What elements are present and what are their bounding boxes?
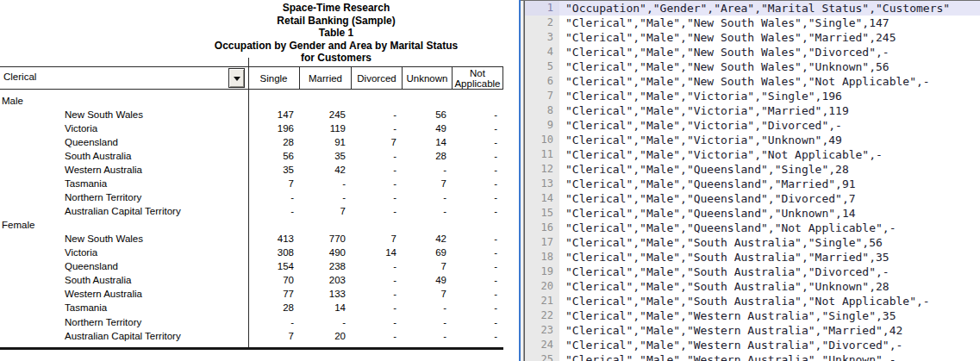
cell-value: 7 xyxy=(250,177,294,190)
line-text[interactable]: "Clerical","Male","Western Australia","D… xyxy=(559,338,980,352)
line-text[interactable]: "Clerical","Male","New South Wales","Unk… xyxy=(559,59,980,74)
editor-line[interactable]: 11"Clerical","Male","Victoria","Not Appl… xyxy=(525,147,980,162)
table-row: Northern Territory----- xyxy=(0,315,503,329)
line-number: 1 xyxy=(525,1,559,16)
cell-value: 28 xyxy=(404,149,446,163)
csv-editor[interactable]: 1"Occupation","Gender","Area","Marital S… xyxy=(525,1,980,361)
cell-value: - xyxy=(302,190,346,204)
column-header-single: Single xyxy=(248,67,300,89)
editor-line[interactable]: 22"Clerical","Male","Western Australia",… xyxy=(525,308,980,323)
cell-value: - xyxy=(353,259,396,273)
line-text[interactable]: "Clerical","Male","South Australia","Not… xyxy=(559,294,980,308)
line-number: 12 xyxy=(525,162,559,177)
editor-line[interactable]: 20"Clerical","Male","South Australia","U… xyxy=(525,279,980,294)
line-text[interactable]: "Clerical","Male","New South Wales","Sin… xyxy=(559,16,980,30)
editor-line[interactable]: 1"Occupation","Gender","Area","Marital S… xyxy=(525,1,980,16)
row-label: Northern Territory xyxy=(65,190,141,204)
row-label: Tasmania xyxy=(65,177,107,190)
line-number: 25 xyxy=(525,352,559,361)
cell-value: - xyxy=(353,273,396,287)
line-number: 3 xyxy=(525,30,559,45)
cell-value: - xyxy=(454,232,497,246)
cell-value: - xyxy=(454,149,497,163)
line-text[interactable]: "Clerical","Male","South Australia","Unk… xyxy=(559,279,980,294)
line-text[interactable]: "Clerical","Male","Queensland","Single",… xyxy=(559,162,980,177)
line-text[interactable]: "Clerical","Male","Western Australia","M… xyxy=(559,323,980,338)
editor-line[interactable]: 24"Clerical","Male","Western Australia",… xyxy=(525,338,980,352)
editor-line[interactable]: 8"Clerical","Male","Victoria","Married",… xyxy=(525,103,980,118)
table-section-row: Female xyxy=(0,218,503,232)
line-text[interactable]: "Clerical","Male","New South Wales","Mar… xyxy=(559,30,980,45)
line-text[interactable]: "Clerical","Male","Queensland","Unknown"… xyxy=(559,206,980,221)
line-text[interactable]: "Clerical","Male","New South Wales","Div… xyxy=(559,45,980,59)
line-text[interactable]: "Clerical","Male","Queensland","Divorced… xyxy=(559,191,980,206)
line-number: 17 xyxy=(525,235,559,250)
editor-line[interactable]: 12"Clerical","Male","Queensland","Single… xyxy=(525,162,980,177)
row-label: New South Wales xyxy=(65,108,143,121)
editor-line[interactable]: 19"Clerical","Male","South Australia","D… xyxy=(525,265,980,279)
editor-line[interactable]: 3"Clerical","Male","New South Wales","Ma… xyxy=(525,30,980,45)
editor-line[interactable]: 21"Clerical","Male","South Australia","N… xyxy=(525,294,980,308)
line-text[interactable]: "Clerical","Male","Victoria","Unknown",4… xyxy=(559,133,980,147)
editor-line[interactable]: 13"Clerical","Male","Queensland","Marrie… xyxy=(525,177,980,191)
cell-value: - xyxy=(454,190,497,204)
editor-line[interactable]: 9"Clerical","Male","Victoria","Divorced"… xyxy=(525,118,980,133)
editor-line[interactable]: 14"Clerical","Male","Queensland","Divorc… xyxy=(525,191,980,206)
cell-value: 49 xyxy=(404,273,446,287)
editor-line[interactable]: 17"Clerical","Male","South Australia","S… xyxy=(525,235,980,250)
editor-line[interactable]: 15"Clerical","Male","Queensland","Unknow… xyxy=(525,206,980,221)
dropdown-arrow-button[interactable] xyxy=(228,68,245,88)
line-text[interactable]: "Clerical","Male","Victoria","Divorced",… xyxy=(559,118,980,133)
row-label: Western Australia xyxy=(65,163,142,177)
table-section-row: Male xyxy=(0,94,503,108)
editor-line[interactable]: 4"Clerical","Male","New South Wales","Di… xyxy=(525,45,980,59)
row-label: Western Australia xyxy=(65,287,142,301)
line-text[interactable]: "Occupation","Gender","Area","Marital St… xyxy=(559,1,980,16)
line-number: 23 xyxy=(525,323,559,338)
editor-line[interactable]: 7"Clerical","Male","Victoria","Single",1… xyxy=(525,89,980,103)
editor-line[interactable]: 16"Clerical","Male","Queensland","Not Ap… xyxy=(525,221,980,235)
line-text[interactable]: "Clerical","Male","Victoria","Single",19… xyxy=(559,89,980,103)
cell-value: - xyxy=(353,315,396,329)
row-label: Queensland xyxy=(65,135,118,149)
editor-line[interactable]: 25"Clerical","Male","Western Australia",… xyxy=(525,352,980,361)
cell-value: 56 xyxy=(250,149,294,163)
editor-line[interactable]: 6"Clerical","Male","New South Wales","No… xyxy=(525,74,980,89)
line-text[interactable]: "Clerical","Male","Queensland","Not Appl… xyxy=(559,221,980,235)
editor-line[interactable]: 18"Clerical","Male","South Australia","M… xyxy=(525,250,980,265)
line-number: 9 xyxy=(525,118,559,133)
editor-line[interactable]: 23"Clerical","Male","Western Australia",… xyxy=(525,323,980,338)
cell-value: - xyxy=(250,204,294,218)
table-row: Northern Territory----- xyxy=(0,190,503,204)
table-row: Victoria196119-49- xyxy=(0,121,503,135)
cell-value: - xyxy=(250,315,294,329)
column-header-divorced: Divorced xyxy=(352,67,403,89)
editor-line[interactable]: 5"Clerical","Male","New South Wales","Un… xyxy=(525,59,980,74)
line-text[interactable]: "Clerical","Male","Western Australia","U… xyxy=(559,352,980,361)
cell-value: 238 xyxy=(302,259,346,273)
line-text[interactable]: "Clerical","Male","Queensland","Married"… xyxy=(559,177,980,191)
row-label: New South Wales xyxy=(65,232,143,246)
cell-value: 7 xyxy=(353,232,396,246)
cell-value: 7 xyxy=(353,135,396,149)
cell-value: 245 xyxy=(302,108,346,121)
line-text[interactable]: "Clerical","Male","South Australia","Mar… xyxy=(559,250,980,265)
line-text[interactable]: "Clerical","Male","South Australia","Div… xyxy=(559,265,980,279)
line-text[interactable]: "Clerical","Male","New South Wales","Not… xyxy=(559,74,980,89)
cell-value: 7 xyxy=(302,204,346,218)
chevron-down-icon xyxy=(234,77,240,81)
row-label: Queensland xyxy=(65,259,118,273)
table-row: Queensland154238-7- xyxy=(0,259,503,273)
line-number: 5 xyxy=(525,59,559,74)
cell-value: 154 xyxy=(250,259,294,273)
table-row: Victoria3084901469- xyxy=(0,246,503,259)
line-text[interactable]: "Clerical","Male","Victoria","Married",1… xyxy=(559,103,980,118)
line-text[interactable]: "Clerical","Male","Victoria","Not Applic… xyxy=(559,147,980,162)
occupation-dropdown[interactable]: Clerical xyxy=(0,67,245,89)
editor-line[interactable]: 10"Clerical","Male","Victoria","Unknown"… xyxy=(525,133,980,147)
line-text[interactable]: "Clerical","Male","Western Australia","S… xyxy=(559,308,980,323)
line-text[interactable]: "Clerical","Male","South Australia","Sin… xyxy=(559,235,980,250)
cell-value: - xyxy=(454,121,497,135)
line-number: 4 xyxy=(525,45,559,59)
editor-line[interactable]: 2"Clerical","Male","New South Wales","Si… xyxy=(525,16,980,30)
